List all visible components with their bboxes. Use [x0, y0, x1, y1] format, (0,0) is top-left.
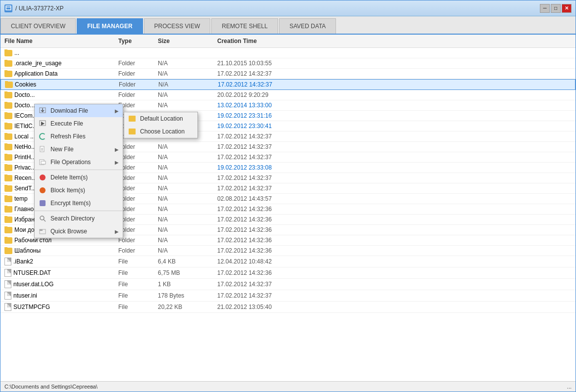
menu-item-new-file[interactable]: New File ▶ — [35, 143, 123, 156]
new-file-icon — [39, 145, 47, 153]
current-path: C:\Documents and Settings\Сергеева\ — [4, 384, 97, 390]
menu-item-encrypt-items[interactable]: Encrypt Item(s) — [35, 197, 123, 210]
file-icon — [4, 269, 11, 277]
file-type: Folder — [118, 70, 158, 77]
file-name: SendT... — [14, 185, 36, 192]
menu-item-delete-items[interactable]: Delete Item(s) — [35, 171, 123, 184]
menu-item-file-operations[interactable]: File Operations ▶ — [35, 156, 123, 169]
file-size: N/A — [158, 60, 217, 67]
file-time: 17.02.2012 14:32:37 — [218, 81, 317, 88]
file-type: Folder — [118, 195, 158, 202]
file-time: 19.02.2012 23:31:16 — [217, 112, 316, 119]
maximize-button[interactable]: □ — [551, 4, 561, 13]
execute-icon — [39, 120, 47, 128]
file-size: N/A — [158, 226, 217, 233]
file-name: Docto... — [14, 102, 35, 109]
file-row[interactable]: CookiesFolderN/A17.02.2012 14:32:37 — [0, 79, 576, 90]
file-type: Folder — [118, 237, 158, 244]
file-row[interactable]: .iBank2File6,4 KB12.04.2012 10:48:42 — [0, 256, 576, 267]
menu-item-quick-browse[interactable]: Quick Browse ▶ — [35, 225, 123, 238]
download-file-container: Download File ▶ Default Location — [35, 104, 123, 117]
file-row[interactable]: NTUSER.DATFile6,75 MB17.02.2012 14:32:36 — [0, 267, 576, 279]
file-name-cell: ... — [4, 49, 118, 56]
quick-browse-arrow: ▶ — [115, 229, 119, 234]
menu-item-execute-file[interactable]: Execute File — [35, 117, 123, 130]
tab-client-overview[interactable]: CLIENT OVERVIEW — [0, 18, 76, 34]
file-name: Recen... — [14, 174, 37, 181]
file-type: Folder — [118, 174, 158, 181]
context-menu: Download File ▶ Default Location — [34, 104, 123, 238]
file-row[interactable]: SU2TMPCFGFile20,22 KB21.02.2012 13:05:40 — [0, 302, 576, 313]
title-bar: / ULIA-373772-XP ─ □ ✕ — [0, 0, 576, 16]
folder-icon — [4, 154, 12, 161]
file-size: 6,75 MB — [158, 269, 217, 276]
file-size: N/A — [158, 164, 217, 171]
tab-remote-shell[interactable]: REMOTE SHELL — [211, 18, 278, 34]
file-name-cell: Docto... — [4, 91, 118, 98]
refresh-icon — [39, 132, 47, 140]
title-controls: ─ □ ✕ — [540, 4, 572, 13]
file-type: File — [118, 292, 158, 299]
file-ops-icon — [39, 158, 47, 166]
file-name-cell: ntuser.dat.LOG — [4, 280, 118, 288]
refresh-files-label: Refresh Files — [50, 133, 119, 140]
file-time: 17.02.2012 14:32:36 — [217, 226, 316, 233]
default-location-icon — [128, 115, 136, 123]
file-row[interactable]: Docto...FolderN/A20.02.2012 9:20:29 — [0, 90, 576, 100]
file-row[interactable]: ШаблоныFolderN/A17.02.2012 14:32:36 — [0, 246, 576, 256]
file-type: File — [118, 258, 158, 265]
file-name-cell: SU2TMPCFG — [4, 303, 118, 311]
file-size: N/A — [158, 91, 217, 98]
file-size: N/A — [158, 237, 217, 244]
folder-icon — [5, 82, 13, 88]
file-size: N/A — [158, 195, 217, 202]
file-row[interactable]: ntuser.iniFile178 Bytes17.02.2012 14:32:… — [0, 290, 576, 302]
minimize-button[interactable]: ─ — [540, 4, 550, 13]
menu-item-search-directory[interactable]: Search Directory — [35, 212, 123, 225]
file-size: N/A — [158, 81, 218, 88]
search-directory-label: Search Directory — [50, 215, 119, 222]
file-name: PrintH... — [14, 154, 36, 161]
search-icon — [39, 215, 47, 222]
file-row[interactable]: Application DataFolderN/A17.02.2012 14:3… — [0, 69, 576, 79]
file-type: Folder — [118, 102, 158, 109]
file-name: ntuser.ini — [13, 292, 37, 299]
status-dots: ... — [567, 384, 572, 390]
status-bar: C:\Documents and Settings\Сергеева\ ... — [0, 381, 576, 392]
file-type: Folder — [118, 164, 158, 171]
file-row[interactable]: ... — [0, 48, 576, 58]
folder-icon — [4, 92, 12, 98]
close-button[interactable]: ✕ — [562, 4, 572, 13]
tab-file-manager[interactable]: FILE MANAGER — [77, 18, 143, 34]
delete-items-label: Delete Item(s) — [50, 174, 119, 181]
tab-process-view[interactable]: PROCESS VIEW — [144, 18, 211, 34]
download-file-label: Download File — [50, 107, 111, 114]
menu-item-block-items[interactable]: Block Item(s) — [35, 184, 123, 197]
menu-item-refresh-files[interactable]: Refresh Files — [35, 130, 123, 143]
file-type: Folder — [118, 91, 158, 98]
submenu-choose-location[interactable]: Choose Location — [124, 125, 197, 138]
file-row[interactable]: ntuser.dat.LOGFile1 KB17.02.2012 14:32:3… — [0, 279, 576, 290]
separator-2 — [35, 211, 123, 211]
file-type: Folder — [118, 247, 158, 254]
file-name: Privac... — [14, 164, 36, 171]
file-name: Application Data — [14, 70, 57, 77]
download-icon — [39, 107, 47, 115]
file-time: 02.08.2012 14:43:57 — [217, 195, 316, 202]
folder-icon — [4, 133, 12, 140]
submenu-default-location[interactable]: Default Location — [124, 112, 197, 125]
title-bar-left: / ULIA-373772-XP — [4, 4, 63, 12]
folder-icon — [4, 196, 12, 202]
file-operations-label: File Operations — [50, 159, 111, 166]
tab-saved-data[interactable]: SAVED DATA — [279, 18, 336, 34]
file-type: File — [118, 304, 158, 310]
file-type: File — [118, 269, 158, 276]
file-time: 17.02.2012 14:32:37 — [217, 143, 316, 150]
folder-icon — [4, 206, 12, 213]
svg-rect-0 — [6, 6, 11, 10]
file-size: 178 Bytes — [158, 292, 217, 299]
file-row[interactable]: .oracle_jre_usageFolderN/A21.10.2015 10:… — [0, 58, 576, 69]
file-name: ntuser.dat.LOG — [13, 281, 53, 288]
file-name-cell: ntuser.ini — [4, 292, 118, 300]
menu-item-download-file[interactable]: Download File ▶ — [35, 104, 123, 117]
